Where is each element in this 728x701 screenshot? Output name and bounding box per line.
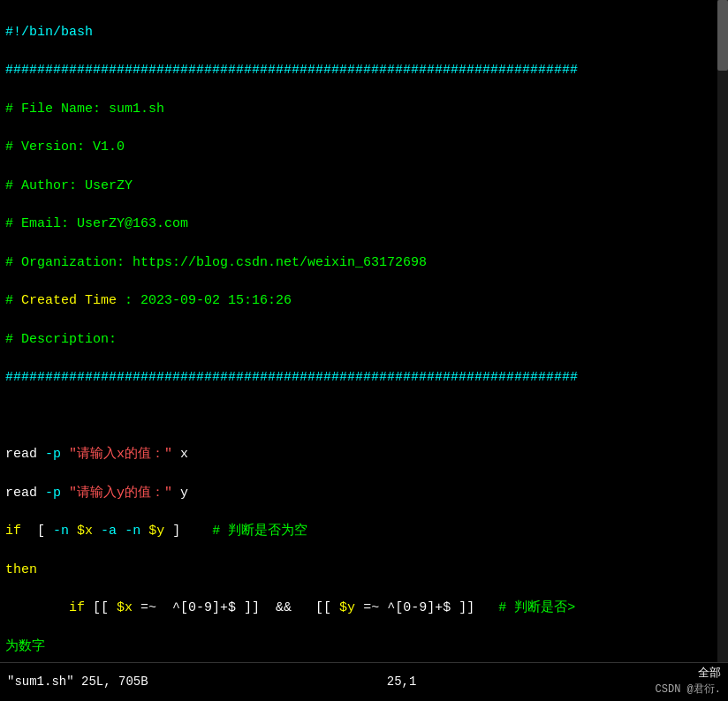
code-editor[interactable]: #!/bin/bash ############################…	[0, 0, 728, 662]
line-16: if [[ $x =~ ^[0-9]+$ ]] && [[ $y =~ ^[0-…	[5, 599, 723, 618]
line-13: read -p "请输入y的值：" y	[5, 484, 723, 503]
view-info: 全部 CSDN @君衍.	[656, 666, 721, 697]
scrollbar-thumb[interactable]	[717, 0, 728, 71]
scrollbar[interactable]	[717, 0, 728, 662]
status-bar: "sum1.sh" 25L, 705B 25,1 全部 CSDN @君衍.	[0, 662, 728, 701]
line-8: # Created Time : 2023-09-02 15:16:26	[5, 291, 723, 311]
line-2: ########################################…	[5, 61, 723, 80]
line-5: # Author: UserZY	[5, 177, 723, 196]
line-10: ########################################…	[5, 368, 723, 388]
line-9: # Description:	[5, 330, 723, 350]
line-7: # Organization: https://blog.csdn.net/we…	[5, 253, 723, 273]
cursor-position: 25,1	[387, 673, 417, 690]
line-3: # File Name: sum1.sh	[5, 100, 723, 119]
watermark: CSDN @君衍.	[656, 682, 721, 697]
line-14: if [ -n $x -a -n $y ] # 判断是否为空	[5, 522, 723, 541]
line-15: then	[5, 561, 723, 580]
view-mode: 全部	[656, 666, 721, 682]
line-6: # Email: UserZY@163.com	[5, 215, 723, 234]
line-16b: 为数字	[5, 637, 723, 657]
line-12: read -p "请输入x的值：" x	[5, 445, 723, 464]
line-11	[5, 407, 723, 426]
file-info: "sum1.sh" 25L, 705B	[7, 673, 148, 690]
line-1: #!/bin/bash	[5, 23, 723, 42]
line-4: # Version: V1.0	[5, 138, 723, 157]
